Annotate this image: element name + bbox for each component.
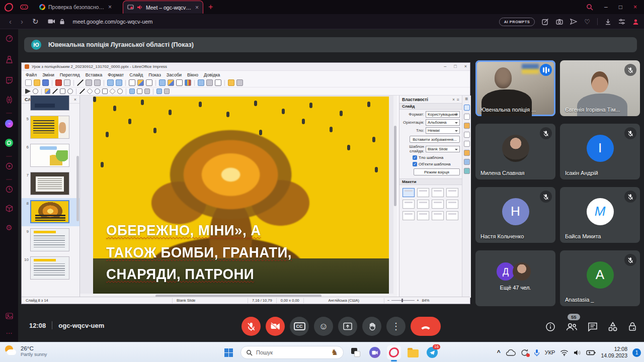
participant-tile[interactable]: Милена Славная: [475, 124, 555, 179]
browser-tab-security-check[interactable]: Проверка безопасности ×: [35, 1, 116, 14]
background-select[interactable]: Немає: [426, 127, 460, 134]
shapes-tab-icon[interactable]: [464, 141, 470, 147]
whatsapp-icon[interactable]: [5, 139, 13, 147]
meeting-details-icon[interactable]: [545, 322, 555, 332]
gx-speed-dial-icon[interactable]: [5, 34, 13, 42]
people-panel-icon[interactable]: 55: [566, 322, 578, 331]
captions-button[interactable]: CC: [290, 317, 309, 336]
master-slide-select[interactable]: Blank Slide: [426, 146, 460, 152]
impress-maximize-button[interactable]: □: [454, 64, 456, 69]
player-icon[interactable]: [5, 162, 13, 170]
toolbar-icon[interactable]: [164, 88, 170, 94]
slides-panel-close-icon[interactable]: ×: [74, 97, 76, 102]
menu-slideshow[interactable]: Показ: [148, 72, 161, 77]
slide-thumbnail[interactable]: [30, 116, 69, 139]
gx-control-cpu-icon[interactable]: [5, 96, 13, 104]
overflow-participants-tile[interactable]: Д Ещё 47 чел.: [475, 250, 555, 306]
toolbar-icon[interactable]: [144, 88, 150, 94]
opera-menu-icon[interactable]: [4, 3, 14, 12]
menu-help[interactable]: Довідка: [204, 72, 220, 77]
window-minimize-button[interactable]: –: [604, 4, 608, 10]
chat-app-button[interactable]: [368, 345, 382, 359]
opera-gx-taskbar-button[interactable]: [387, 345, 401, 359]
menu-view[interactable]: Перегляд: [60, 72, 80, 77]
orientation-select[interactable]: Альбомна: [426, 119, 460, 126]
slide-thumbnail[interactable]: [30, 172, 69, 195]
toolbar-icon[interactable]: [117, 88, 123, 94]
mic-toggle-button[interactable]: [242, 317, 261, 336]
layout-option[interactable]: [432, 188, 444, 197]
menu-tools[interactable]: Засоби: [167, 72, 182, 77]
activities-icon[interactable]: [608, 322, 618, 332]
menu-slide[interactable]: Слайд: [129, 72, 143, 77]
properties-close-icon[interactable]: ×: [452, 97, 455, 102]
telegram-button[interactable]: 16: [425, 345, 439, 359]
start-button[interactable]: [221, 345, 235, 359]
url-text[interactable]: meet.google.com/ogc-wqcv-uem: [73, 19, 153, 25]
toolbar-icon[interactable]: [176, 79, 183, 86]
taskbar-search[interactable]: Пошук ♞: [240, 346, 344, 359]
properties-tab-icon[interactable]: [464, 105, 470, 111]
slides-panel-scrollbar[interactable]: [76, 156, 79, 221]
ai-prompts-button[interactable]: AI PROMPTS: [499, 18, 535, 26]
master-view-button[interactable]: Режим взірця: [414, 168, 460, 175]
lock-icon[interactable]: [59, 19, 65, 25]
participant-tile[interactable]: A Anastasia _: [560, 250, 640, 306]
mic-in-use-icon[interactable]: [534, 349, 540, 356]
impress-close-button[interactable]: ×: [464, 64, 467, 69]
menu-edit[interactable]: Зміни: [42, 72, 54, 77]
toolbar-icon[interactable]: [198, 79, 204, 86]
toolbar-icon[interactable]: [55, 79, 62, 86]
zoom-in-icon[interactable]: +: [417, 298, 419, 303]
participant-tile[interactable]: Н Настя Кольченко: [475, 187, 555, 243]
toolbar-icon[interactable]: [129, 79, 135, 86]
toolbar-icon[interactable]: [102, 88, 108, 94]
more-options-button[interactable]: ⋮: [386, 317, 406, 336]
zoom-control[interactable]: − +: [384, 298, 422, 303]
layout-option[interactable]: [432, 200, 444, 209]
toolbar-icon[interactable]: [42, 79, 49, 86]
toolbar-icon[interactable]: [156, 88, 162, 94]
sidebar-settings-icon[interactable]: ≡: [465, 97, 468, 102]
insert-image-button[interactable]: Вставити зображення...: [410, 136, 460, 143]
slide-thumbnail[interactable]: [30, 256, 69, 280]
toolbar-icon[interactable]: [67, 88, 73, 94]
participant-tile[interactable]: Євгенія Ігорівна Тім...: [560, 60, 640, 116]
section-slide-header[interactable]: Слайд: [399, 103, 462, 110]
styles-tab-icon[interactable]: [464, 114, 470, 120]
snapshot-edit-icon[interactable]: [542, 18, 549, 25]
settings-sliders-icon[interactable]: [618, 19, 625, 25]
forward-button[interactable]: ›: [21, 18, 23, 25]
slide-canvas[interactable]: ОБЕРЕЖНО, МІНИ», А ТАКОЖ БОМБИ, ГРАНАТИ,…: [80, 96, 397, 298]
toolbar-icon[interactable]: [146, 79, 152, 86]
toolbar-icon[interactable]: [168, 79, 174, 86]
participant-tile[interactable]: М Байса Микита: [560, 187, 640, 243]
toolbar-icon[interactable]: [215, 79, 221, 86]
downloads-icon[interactable]: [605, 19, 611, 25]
reactions-button[interactable]: ☺: [314, 317, 333, 336]
layout-option[interactable]: [417, 188, 429, 197]
camera-permission-icon[interactable]: [48, 19, 55, 24]
participant-tile[interactable]: І Ісакін Андрій: [560, 124, 640, 179]
toolbar-icon[interactable]: [159, 79, 166, 86]
toolbar-icon[interactable]: [25, 88, 31, 94]
browser-tab-meet[interactable]: Meet – ogc-wqcv-uem ×: [123, 1, 203, 14]
toolbar-icon[interactable]: [137, 88, 142, 94]
toolbar-icon[interactable]: [95, 88, 100, 94]
toolbar-icon[interactable]: [52, 88, 58, 94]
participant-tile[interactable]: Ювенальна поліція ...: [475, 60, 555, 116]
toolbar-icon[interactable]: [45, 88, 50, 94]
master-background-checkbox[interactable]: ✓ Тло шаблона: [413, 155, 462, 160]
toolbar-icon[interactable]: [109, 88, 115, 94]
language-indicator[interactable]: УКР: [545, 349, 555, 355]
window-maximize-button[interactable]: □: [619, 4, 622, 10]
tab-close-icon[interactable]: ×: [108, 4, 112, 10]
present-button[interactable]: [338, 317, 357, 336]
tray-expand-icon[interactable]: ^: [497, 349, 501, 355]
properties-menu-icon[interactable]: ≡: [457, 97, 459, 102]
toolbar-icon[interactable]: [137, 79, 144, 86]
slide-thumbnail[interactable]: [30, 228, 69, 251]
layout-option[interactable]: [432, 211, 444, 220]
slide-thumbnail-selected[interactable]: [30, 200, 69, 223]
toolbar-icon[interactable]: [206, 79, 213, 86]
